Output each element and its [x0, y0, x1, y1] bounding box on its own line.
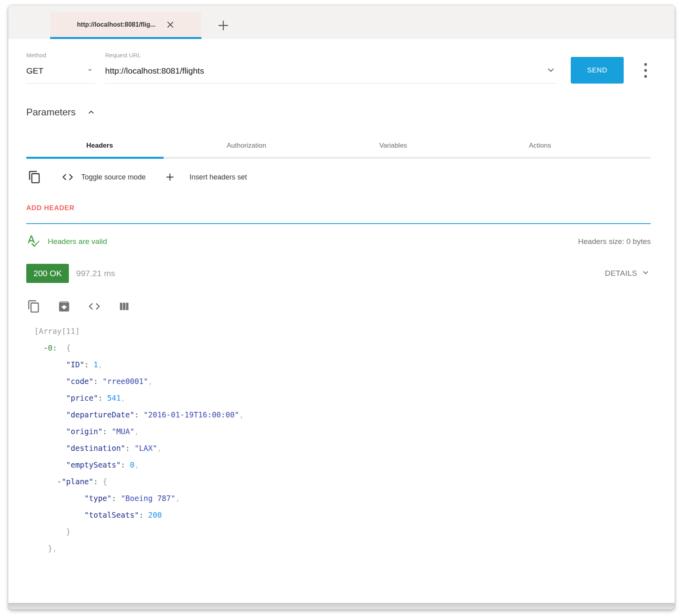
spellcheck-valid-icon [26, 234, 41, 250]
app-window: http://localhost:8081/flig... Method GET [8, 5, 675, 610]
plus-icon[interactable] [162, 170, 178, 185]
parameters-section-header: Parameters [26, 107, 651, 118]
send-button[interactable]: SEND [571, 57, 624, 84]
params-tabs-track [26, 157, 651, 159]
response-time: 997.21 ms [76, 269, 115, 278]
json-line: "origin": "MUA", [34, 423, 651, 440]
json-line: }, [34, 540, 651, 557]
method-dropdown-caret-icon[interactable] [85, 65, 95, 77]
json-line: "type": "Boeing 787", [34, 490, 651, 507]
json-line: -"plane": { [34, 473, 651, 490]
new-tab-button[interactable] [216, 18, 230, 33]
table-columns-icon[interactable] [117, 299, 131, 314]
json-line: "totalSeats": 200 [34, 507, 651, 523]
json-line: "code": "rree0001", [34, 373, 651, 390]
json-line: "price": 541, [34, 390, 651, 406]
details-toggle[interactable]: DETAILS [605, 267, 651, 279]
tab-headers[interactable]: Headers [26, 142, 173, 150]
tab-variables[interactable]: Variables [320, 142, 466, 150]
params-tabs: HeadersAuthorizationVariablesActions [26, 135, 613, 157]
parameters-title: Parameters [26, 107, 76, 118]
headers-toolbar: Toggle source mode Insert headers set [26, 167, 651, 187]
request-editor: Method GET Request URL http://localhost:… [26, 52, 651, 84]
view-source-code-icon[interactable] [87, 299, 102, 314]
headers-validation-row: Headers are valid Headers size: 0 bytes [26, 234, 651, 250]
close-icon[interactable] [166, 20, 175, 29]
json-line: -0: { [34, 339, 651, 356]
response-body[interactable]: [Array[11] -0: { "ID": 1, "code": "rree0… [26, 323, 651, 557]
tab-actions[interactable]: Actions [466, 142, 613, 150]
method-value: GET [26, 66, 43, 76]
json-line: } [34, 523, 651, 540]
tab-authorization[interactable]: Authorization [173, 142, 320, 150]
json-line: "destination": "LAX", [34, 440, 651, 456]
url-value[interactable]: http://localhost:8081/flights [105, 66, 204, 76]
save-download-icon[interactable] [57, 299, 72, 314]
add-header-button[interactable]: ADD HEADER [26, 204, 74, 212]
json-line: [Array[11] [34, 323, 651, 339]
request-tab-title: http://localhost:8081/flig... [77, 21, 155, 28]
method-label: Method [26, 52, 95, 58]
window-bottom-edge [8, 603, 675, 609]
toggle-source-mode-button[interactable]: Toggle source mode [81, 173, 146, 181]
copy-response-icon[interactable] [26, 299, 41, 314]
tab-bar: http://localhost:8081/flig... [8, 5, 675, 39]
collapse-chevron-up-icon[interactable] [86, 107, 96, 117]
headers-size-text: Headers size: 0 bytes [578, 237, 651, 246]
params-active-tab-indicator [26, 157, 164, 159]
active-tab-indicator [50, 37, 201, 39]
request-menu-kebab-icon[interactable] [640, 59, 651, 84]
request-tab[interactable]: http://localhost:8081/flig... [50, 12, 201, 37]
method-field[interactable]: Method GET [26, 52, 95, 84]
insert-headers-set-button[interactable]: Insert headers set [189, 173, 247, 181]
details-chevron-down-icon [640, 267, 651, 279]
url-chevron-down-icon[interactable] [545, 64, 557, 78]
headers-valid-message: Headers are valid [48, 237, 107, 246]
json-line: "departureDate": "2016-01-19T16:00:00", [34, 406, 651, 423]
details-label: DETAILS [605, 269, 637, 278]
response-status-row: 200 OK 997.21 ms DETAILS [26, 264, 651, 283]
copy-icon[interactable] [26, 169, 43, 185]
response-toolbar [26, 299, 651, 314]
json-line: "emptySeats": 0, [34, 456, 651, 473]
status-badge: 200 OK [26, 264, 69, 283]
section-divider [26, 223, 651, 224]
code-brackets-icon[interactable] [60, 169, 76, 185]
json-line: "ID": 1, [34, 356, 651, 373]
url-field[interactable]: Request URL http://localhost:8081/flight… [105, 52, 557, 84]
url-label: Request URL [105, 52, 557, 58]
